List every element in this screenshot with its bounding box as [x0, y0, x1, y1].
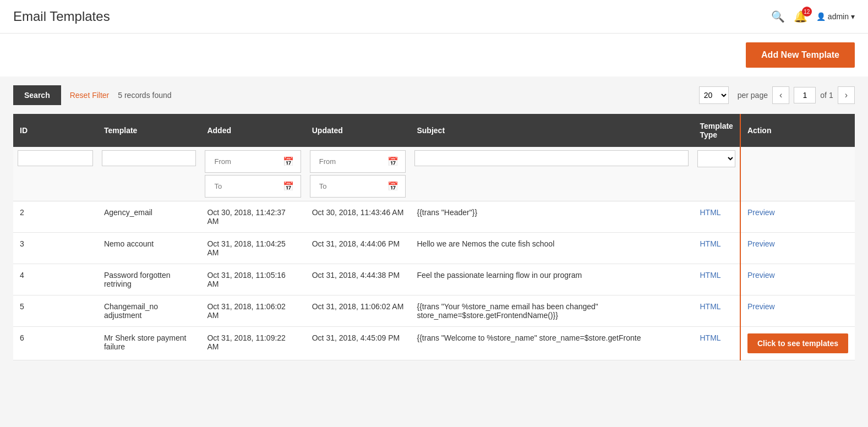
cell-action: Click to see templates [740, 327, 855, 360]
reset-filter-link[interactable]: Reset Filter [70, 91, 110, 100]
updated-from-calendar-icon[interactable]: 📅 [387, 156, 398, 167]
cell-action: Preview [740, 295, 855, 327]
cell-added: Oct 31, 2018, 11:05:16 AM [200, 264, 305, 295]
table-header-row: ID Template Added Updated Subject Templa… [13, 114, 855, 147]
cell-id: 5 [13, 295, 97, 327]
filter-id [13, 147, 97, 201]
added-to-input-wrapper: 📅 [205, 175, 301, 198]
table-container: ID Template Added Updated Subject Templa… [0, 114, 868, 374]
type-badge: HTML [700, 208, 720, 217]
click-to-see-templates-tooltip[interactable]: Click to see templates [747, 333, 848, 353]
cell-type: HTML [693, 327, 740, 360]
updated-to-input[interactable] [315, 179, 388, 194]
table-row: 5 Changemail_no adjustment Oct 31, 2018,… [13, 295, 855, 327]
updated-from-input[interactable] [315, 154, 388, 169]
cell-type: HTML [693, 264, 740, 295]
filter-template [97, 147, 200, 201]
cell-updated: Oct 30, 2018, 11:43:46 AM [305, 201, 411, 233]
cell-subject: {{trans "Welcome to %store_name" store_n… [410, 327, 693, 360]
type-badge: HTML [700, 271, 720, 280]
cell-updated: Oct 31, 2018, 4:45:09 PM [305, 327, 411, 360]
filter-type: HTML Text [693, 147, 740, 201]
table-row: 3 Nemo account Oct 31, 2018, 11:04:25 AM… [13, 233, 855, 264]
page-number-input[interactable] [794, 87, 816, 103]
cell-updated: Oct 31, 2018, 11:06:02 AM [305, 295, 411, 327]
cell-id: 2 [13, 201, 97, 233]
col-added: Added [200, 114, 305, 147]
cell-id: 6 [13, 327, 97, 360]
user-icon: 👤 [816, 12, 826, 21]
type-badge: HTML [700, 239, 720, 248]
preview-link[interactable]: Preview [747, 208, 775, 217]
cell-template: Changemail_no adjustment [97, 295, 200, 327]
preview-link[interactable]: Preview [747, 271, 775, 280]
user-label: admin [828, 12, 849, 21]
filter-added: 📅 📅 [200, 147, 305, 201]
preview-link[interactable]: Preview [747, 239, 775, 248]
cell-added: Oct 31, 2018, 11:06:02 AM [200, 295, 305, 327]
cell-action: Preview [740, 264, 855, 295]
added-to-calendar-icon[interactable]: 📅 [283, 181, 294, 191]
user-menu-button[interactable]: 👤 admin ▾ [816, 12, 855, 21]
cell-subject: {{trans "Header"}} [410, 201, 693, 233]
next-page-button[interactable]: › [838, 86, 855, 104]
cell-id: 4 [13, 264, 97, 295]
added-from-input[interactable] [210, 154, 282, 169]
records-found: 5 records found [118, 91, 171, 100]
filter-action-empty [740, 147, 855, 201]
cell-subject: {{trans "Your %store_name email has been… [410, 295, 693, 327]
cell-added: Oct 31, 2018, 11:09:22 AM [200, 327, 305, 360]
cell-template: Password forgotten retriving [97, 264, 200, 295]
table-row: 2 Agency_email Oct 30, 2018, 11:42:37 AM… [13, 201, 855, 233]
top-bar: Email Templates 🔍 🔔 12 👤 admin ▾ [0, 0, 868, 33]
cell-template: Mr Sherk store payment failure [97, 327, 200, 360]
pagination: 20 50 100 per page ‹ of 1 › [699, 86, 855, 104]
col-template-type: TemplateType [693, 114, 740, 147]
notification-button[interactable]: 🔔 12 [794, 10, 807, 23]
cell-subject: Feel the passionate learning flow in our… [410, 264, 693, 295]
table-row: 4 Password forgotten retriving Oct 31, 2… [13, 264, 855, 295]
added-to-input[interactable] [210, 179, 282, 194]
col-action: Action [740, 114, 855, 147]
added-from-calendar-icon[interactable]: 📅 [283, 156, 294, 167]
added-date-group: 📅 📅 [205, 150, 301, 198]
template-filter-input[interactable] [102, 150, 196, 166]
preview-link[interactable]: Preview [747, 302, 775, 311]
updated-to-input-wrapper: 📅 [310, 175, 406, 198]
per-page-dropdown[interactable]: 20 50 100 [699, 86, 729, 104]
id-filter-input[interactable] [18, 150, 93, 166]
page-title: Email Templates [13, 9, 110, 24]
cell-updated: Oct 31, 2018, 4:44:06 PM [305, 233, 411, 264]
add-new-template-button[interactable]: Add New Template [746, 42, 855, 68]
notification-badge: 12 [802, 7, 812, 17]
cell-id: 3 [13, 233, 97, 264]
type-filter-wrapper: HTML Text [697, 150, 735, 167]
cell-template: Nemo account [97, 233, 200, 264]
col-subject: Subject [410, 114, 693, 147]
col-updated: Updated [305, 114, 411, 147]
filter-subject [410, 147, 693, 201]
top-actions: 🔍 🔔 12 👤 admin ▾ [771, 10, 855, 23]
per-page-selector[interactable]: 20 50 100 [699, 86, 729, 104]
search-icon: 🔍 [771, 10, 785, 23]
updated-to-calendar-icon[interactable]: 📅 [387, 181, 398, 191]
search-button[interactable]: Search [13, 85, 61, 105]
cell-type: HTML [693, 295, 740, 327]
type-badge: HTML [700, 333, 720, 342]
prev-page-button[interactable]: ‹ [772, 86, 789, 104]
updated-date-group: 📅 📅 [310, 150, 406, 198]
cell-type: HTML [693, 201, 740, 233]
type-filter-select[interactable]: HTML Text [697, 150, 735, 167]
col-id: ID [13, 114, 97, 147]
cell-type: HTML [693, 233, 740, 264]
filter-row: 📅 📅 📅 [13, 147, 855, 201]
table-row: 6 Mr Sherk store payment failure Oct 31,… [13, 327, 855, 360]
subject-filter-input[interactable] [414, 150, 689, 166]
action-bar: Add New Template [0, 33, 868, 76]
cell-added: Oct 31, 2018, 11:04:25 AM [200, 233, 305, 264]
cell-updated: Oct 31, 2018, 4:44:38 PM [305, 264, 411, 295]
toolbar: Search Reset Filter 5 records found 20 5… [0, 76, 868, 114]
cell-template: Agency_email [97, 201, 200, 233]
search-icon-button[interactable]: 🔍 [771, 10, 785, 23]
cell-subject: Hello we are Nemos the cute fish school [410, 233, 693, 264]
